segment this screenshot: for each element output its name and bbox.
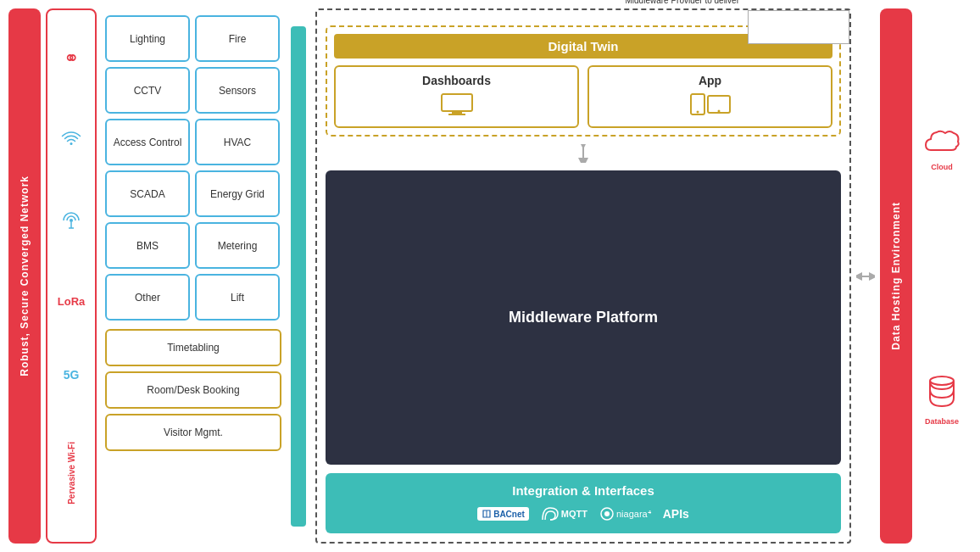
signal-icon [61,211,81,234]
svg-point-15 [930,376,954,385]
right-bar: Data Hosting Environment [880,8,912,544]
svg-point-13 [604,511,610,516]
cloud-icon [924,126,960,159]
energy-grid-box: Energy Grid [195,170,280,217]
central-dashed-area: Consideration for MSI or Middleware Prov… [315,8,851,544]
cloud-label: Cloud [931,163,953,171]
diagram-container: Robust, Secure Converged Network ⚭ [0,0,980,552]
dashboards-box: Dashboards [334,65,579,128]
svg-point-7 [696,111,699,114]
sensors-box: Sensors [195,67,280,114]
hvac-box: HVAC [195,119,280,165]
integration-logos: BACnet MQTT niagara⁴ APIs [477,505,689,523]
blue-row-2: CCTV Sensors [105,67,281,114]
integration-box: Integration & Interfaces BACnet MQTT [326,473,841,533]
5g-icon-item: 5G [64,368,80,382]
app-box: App [587,65,832,128]
bms-box: BMS [105,222,190,269]
teal-connector-bar [291,26,306,527]
bluetooth-icon-item: ⚭ [64,47,79,70]
svg-rect-4 [452,111,462,114]
database-icon [927,374,957,414]
left-bar: Robust, Secure Converged Network [8,8,41,544]
wifi-column-label: Pervasive Wi-Fi [67,442,76,505]
lora-label: LoRa [58,295,86,308]
blue-row-5: BMS Metering [105,222,281,269]
access-control-box: Access Control [105,119,190,165]
wifi-column: ⚭ LoRa 5G Pervasive Wi-Fi [46,8,97,544]
left-bar-label: Robust, Secure Converged Network [19,176,31,376]
app-icon [689,92,732,120]
visitor-mgmt-box: Visitor Mgmt. [105,414,281,451]
lift-box: Lift [195,274,280,321]
lora-icon-item: LoRa [58,295,86,308]
scada-box: SCADA [105,170,190,217]
svg-point-0 [70,219,73,222]
lighting-box: Lighting [105,15,190,62]
5g-label: 5G [64,368,80,382]
wifi-icon [61,130,81,151]
right-icons-column: Cloud Database [912,8,972,544]
signal-icon-item [61,211,81,234]
fire-box: Fire [195,15,280,62]
mqtt-logo: MQTT [541,505,587,523]
app-title: App [699,74,721,87]
cloud-icon-item: Cloud [924,126,960,171]
db-icon-item: Database [925,374,959,426]
svg-point-9 [717,110,720,113]
dt-sub-boxes: Dashboards App [334,65,832,128]
other-box: Other [105,274,190,321]
teal-connector-area [287,17,310,535]
bluetooth-icon: ⚭ [64,47,79,70]
msi-box [748,10,849,44]
apis-logo: APIs [663,506,689,521]
dashboards-icon [440,92,474,120]
cctv-box: CCTV [105,67,190,114]
database-label: Database [925,417,959,426]
svg-rect-3 [442,94,472,111]
wifi-icon-item [61,130,81,151]
middleware-right-arrow [856,8,875,544]
svg-rect-5 [448,114,465,115]
blue-row-1: Lighting Fire [105,15,281,62]
integration-title: Integration & Interfaces [512,483,654,498]
middleware-box: Middleware Platform [326,170,841,465]
niagara-logo: niagara⁴ [599,506,651,521]
blue-row-6: Other Lift [105,274,281,321]
dashboards-title: Dashboards [422,74,491,87]
metering-box: Metering [195,222,280,269]
left-boxes-column: Lighting Fire CCTV Sensors Access Contro… [105,8,281,544]
timetabling-box: Timetabling [105,329,281,366]
room-desk-booking-box: Room/Desk Booking [105,371,281,409]
blue-row-4: SCADA Energy Grid [105,170,281,217]
blue-row-3: Access Control HVAC [105,119,281,165]
bacnet-logo: BACnet [477,507,529,521]
right-bar-label: Data Hosting Environment [890,202,902,350]
msi-label: Consideration for MSI or Middleware Prov… [625,0,739,7]
dt-middleware-arrow [326,145,841,162]
